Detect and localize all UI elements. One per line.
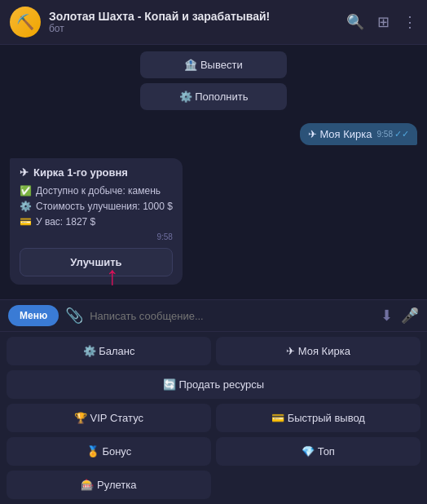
upgrade-button[interactable]: Улучшить [20,248,173,276]
chat-area: 🏦 Вывести ⚙️ Пополнить ✈ Моя Кирка 9:58 … [0,45,427,299]
deposit-button[interactable]: ⚙️ Пополнить [140,83,287,110]
card-title-icon: ✈ [20,166,29,179]
scroll-down-icon[interactable]: ⬇ [381,307,393,325]
card-time: 9:58 [20,232,173,241]
menu-button[interactable]: Меню [8,305,59,326]
top-buttons: 🏦 Вывести ⚙️ Пополнить [10,51,417,110]
wallet-icon: 💳 [20,216,32,228]
header-icons: 🔍 ⊞ ⋮ [346,13,417,31]
bottom-buttons: ⚙️ Баланс ✈ Моя Кирка 🔄 Продать ресурсы … [0,331,427,504]
vip-status-button[interactable]: 🏆 VIP Статус [7,404,211,432]
header: ⛏️ Золотая Шахта - Копай и зарабатывай! … [0,0,427,45]
balance-button[interactable]: ⚙️ Баланс [7,337,211,365]
header-subtitle: бот [49,23,338,34]
right-message-text: ✈ Моя Кирка [308,128,372,140]
left-message: ✈ Кирка 1-го уровня ✅ Доступно к добыче:… [10,158,417,285]
roulette-button[interactable]: 🎰 Рулетка [7,471,211,499]
my-pickaxe-button[interactable]: ✈ Моя Кирка [216,337,420,365]
fast-withdraw-button[interactable]: 💳 Быстрый вывод [216,404,420,432]
card-row-2: ⚙️ Стоимость улучшения: 1000 $ [20,201,173,212]
header-title: Золотая Шахта - Копай и зарабатывай! [49,10,338,23]
sell-resources-button[interactable]: 🔄 Продать ресурсы [7,370,420,399]
voice-icon[interactable]: 🎤 [401,307,419,325]
check-icon: ✅ [20,185,32,197]
card-title: ✈ Кирка 1-го уровня [20,166,173,179]
message-input[interactable] [90,310,374,322]
right-message: ✈ Моя Кирка 9:58 ✓✓ [10,123,417,145]
input-area: Меню 📎 ⬇ 🎤 [0,299,427,331]
bonus-button[interactable]: 🏅 Бонус [7,437,211,466]
avatar: ⛏️ [10,7,41,38]
gear-icon: ⚙️ [20,201,32,212]
layout-icon[interactable]: ⊞ [377,13,390,31]
top-button[interactable]: 💎 Топ [216,437,420,466]
search-icon[interactable]: 🔍 [346,13,364,31]
more-icon[interactable]: ⋮ [403,13,417,31]
left-bubble: ✈ Кирка 1-го уровня ✅ Доступно к добыче:… [10,158,183,285]
card-row-1: ✅ Доступно к добыче: камень [20,185,173,197]
right-bubble: ✈ Моя Кирка 9:58 ✓✓ [300,123,417,145]
header-info: Золотая Шахта - Копай и зарабатывай! бот [49,10,338,34]
attach-icon[interactable]: 📎 [65,307,83,325]
withdraw-button[interactable]: 🏦 Вывести [140,51,287,78]
send-icons: ⬇ 🎤 [381,307,419,325]
read-checkmark: ✓✓ [394,129,409,139]
right-message-time: 9:58 ✓✓ [377,129,409,139]
card-row-3: 💳 У вас: 1827 $ [20,216,173,228]
